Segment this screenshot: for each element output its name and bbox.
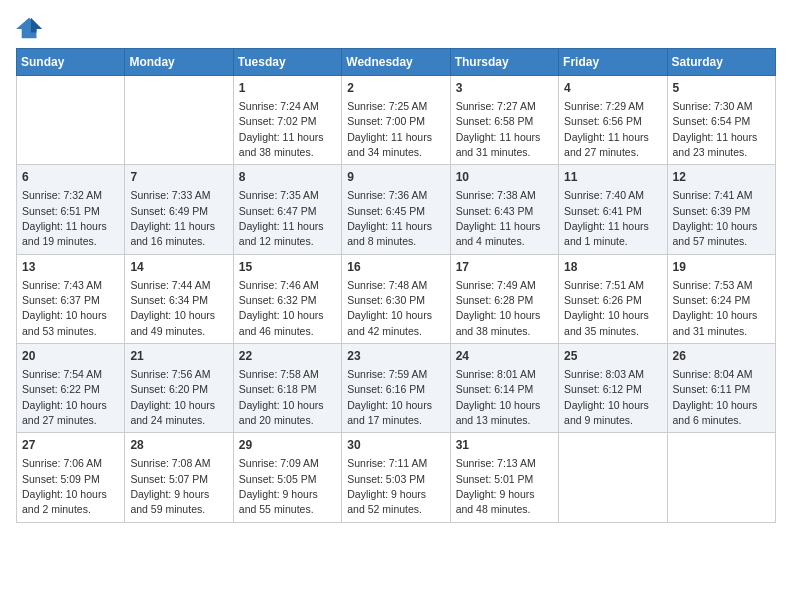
day-info: Sunrise: 7:58 AM Sunset: 6:18 PM Dayligh…	[239, 368, 324, 426]
day-number: 29	[239, 437, 336, 454]
day-info: Sunrise: 8:01 AM Sunset: 6:14 PM Dayligh…	[456, 368, 541, 426]
day-info: Sunrise: 7:30 AM Sunset: 6:54 PM Dayligh…	[673, 100, 758, 158]
day-info: Sunrise: 7:25 AM Sunset: 7:00 PM Dayligh…	[347, 100, 432, 158]
day-number: 2	[347, 80, 444, 97]
calendar-cell: 18Sunrise: 7:51 AM Sunset: 6:26 PM Dayli…	[559, 254, 667, 343]
calendar-header-row: SundayMondayTuesdayWednesdayThursdayFrid…	[17, 49, 776, 76]
day-header-sunday: Sunday	[17, 49, 125, 76]
day-number: 21	[130, 348, 227, 365]
calendar-cell	[125, 76, 233, 165]
day-info: Sunrise: 7:43 AM Sunset: 6:37 PM Dayligh…	[22, 279, 107, 337]
day-number: 3	[456, 80, 553, 97]
day-info: Sunrise: 7:54 AM Sunset: 6:22 PM Dayligh…	[22, 368, 107, 426]
day-number: 9	[347, 169, 444, 186]
calendar-cell: 15Sunrise: 7:46 AM Sunset: 6:32 PM Dayli…	[233, 254, 341, 343]
day-number: 27	[22, 437, 119, 454]
day-info: Sunrise: 7:06 AM Sunset: 5:09 PM Dayligh…	[22, 457, 107, 515]
calendar-cell: 8Sunrise: 7:35 AM Sunset: 6:47 PM Daylig…	[233, 165, 341, 254]
day-info: Sunrise: 7:09 AM Sunset: 5:05 PM Dayligh…	[239, 457, 319, 515]
day-number: 13	[22, 259, 119, 276]
day-info: Sunrise: 7:49 AM Sunset: 6:28 PM Dayligh…	[456, 279, 541, 337]
calendar-cell: 2Sunrise: 7:25 AM Sunset: 7:00 PM Daylig…	[342, 76, 450, 165]
calendar-cell: 26Sunrise: 8:04 AM Sunset: 6:11 PM Dayli…	[667, 344, 775, 433]
day-info: Sunrise: 7:27 AM Sunset: 6:58 PM Dayligh…	[456, 100, 541, 158]
calendar-cell: 30Sunrise: 7:11 AM Sunset: 5:03 PM Dayli…	[342, 433, 450, 522]
day-number: 7	[130, 169, 227, 186]
day-number: 8	[239, 169, 336, 186]
day-header-wednesday: Wednesday	[342, 49, 450, 76]
day-number: 24	[456, 348, 553, 365]
day-number: 14	[130, 259, 227, 276]
day-info: Sunrise: 7:11 AM Sunset: 5:03 PM Dayligh…	[347, 457, 427, 515]
day-number: 10	[456, 169, 553, 186]
calendar-cell: 21Sunrise: 7:56 AM Sunset: 6:20 PM Dayli…	[125, 344, 233, 433]
calendar-cell: 28Sunrise: 7:08 AM Sunset: 5:07 PM Dayli…	[125, 433, 233, 522]
svg-marker-1	[31, 18, 42, 33]
day-number: 18	[564, 259, 661, 276]
day-number: 1	[239, 80, 336, 97]
day-info: Sunrise: 7:08 AM Sunset: 5:07 PM Dayligh…	[130, 457, 210, 515]
day-info: Sunrise: 7:44 AM Sunset: 6:34 PM Dayligh…	[130, 279, 215, 337]
day-info: Sunrise: 7:24 AM Sunset: 7:02 PM Dayligh…	[239, 100, 324, 158]
header-row	[16, 16, 776, 40]
calendar-cell: 1Sunrise: 7:24 AM Sunset: 7:02 PM Daylig…	[233, 76, 341, 165]
day-number: 26	[673, 348, 770, 365]
day-number: 25	[564, 348, 661, 365]
day-header-friday: Friday	[559, 49, 667, 76]
day-number: 12	[673, 169, 770, 186]
day-info: Sunrise: 7:46 AM Sunset: 6:32 PM Dayligh…	[239, 279, 324, 337]
day-number: 6	[22, 169, 119, 186]
day-number: 22	[239, 348, 336, 365]
logo-icon	[16, 16, 44, 40]
calendar-cell: 11Sunrise: 7:40 AM Sunset: 6:41 PM Dayli…	[559, 165, 667, 254]
day-number: 19	[673, 259, 770, 276]
day-number: 30	[347, 437, 444, 454]
day-number: 23	[347, 348, 444, 365]
calendar-week-row: 20Sunrise: 7:54 AM Sunset: 6:22 PM Dayli…	[17, 344, 776, 433]
calendar-cell: 5Sunrise: 7:30 AM Sunset: 6:54 PM Daylig…	[667, 76, 775, 165]
day-info: Sunrise: 7:53 AM Sunset: 6:24 PM Dayligh…	[673, 279, 758, 337]
calendar-cell: 6Sunrise: 7:32 AM Sunset: 6:51 PM Daylig…	[17, 165, 125, 254]
day-number: 5	[673, 80, 770, 97]
day-number: 15	[239, 259, 336, 276]
day-info: Sunrise: 7:56 AM Sunset: 6:20 PM Dayligh…	[130, 368, 215, 426]
calendar-cell: 4Sunrise: 7:29 AM Sunset: 6:56 PM Daylig…	[559, 76, 667, 165]
calendar-cell: 16Sunrise: 7:48 AM Sunset: 6:30 PM Dayli…	[342, 254, 450, 343]
day-number: 11	[564, 169, 661, 186]
calendar-week-row: 27Sunrise: 7:06 AM Sunset: 5:09 PM Dayli…	[17, 433, 776, 522]
calendar-cell: 27Sunrise: 7:06 AM Sunset: 5:09 PM Dayli…	[17, 433, 125, 522]
day-info: Sunrise: 7:41 AM Sunset: 6:39 PM Dayligh…	[673, 189, 758, 247]
calendar-week-row: 6Sunrise: 7:32 AM Sunset: 6:51 PM Daylig…	[17, 165, 776, 254]
calendar-cell	[667, 433, 775, 522]
day-number: 31	[456, 437, 553, 454]
day-number: 17	[456, 259, 553, 276]
day-number: 4	[564, 80, 661, 97]
day-number: 16	[347, 259, 444, 276]
calendar-cell	[17, 76, 125, 165]
day-header-thursday: Thursday	[450, 49, 558, 76]
calendar-cell: 29Sunrise: 7:09 AM Sunset: 5:05 PM Dayli…	[233, 433, 341, 522]
calendar-cell: 3Sunrise: 7:27 AM Sunset: 6:58 PM Daylig…	[450, 76, 558, 165]
calendar-cell: 20Sunrise: 7:54 AM Sunset: 6:22 PM Dayli…	[17, 344, 125, 433]
day-header-monday: Monday	[125, 49, 233, 76]
calendar-cell: 23Sunrise: 7:59 AM Sunset: 6:16 PM Dayli…	[342, 344, 450, 433]
day-header-saturday: Saturday	[667, 49, 775, 76]
calendar-cell: 25Sunrise: 8:03 AM Sunset: 6:12 PM Dayli…	[559, 344, 667, 433]
day-info: Sunrise: 7:38 AM Sunset: 6:43 PM Dayligh…	[456, 189, 541, 247]
day-info: Sunrise: 7:13 AM Sunset: 5:01 PM Dayligh…	[456, 457, 536, 515]
day-info: Sunrise: 7:48 AM Sunset: 6:30 PM Dayligh…	[347, 279, 432, 337]
calendar-week-row: 13Sunrise: 7:43 AM Sunset: 6:37 PM Dayli…	[17, 254, 776, 343]
calendar-cell: 24Sunrise: 8:01 AM Sunset: 6:14 PM Dayli…	[450, 344, 558, 433]
day-info: Sunrise: 7:59 AM Sunset: 6:16 PM Dayligh…	[347, 368, 432, 426]
calendar-cell: 19Sunrise: 7:53 AM Sunset: 6:24 PM Dayli…	[667, 254, 775, 343]
day-info: Sunrise: 7:33 AM Sunset: 6:49 PM Dayligh…	[130, 189, 215, 247]
calendar-cell: 9Sunrise: 7:36 AM Sunset: 6:45 PM Daylig…	[342, 165, 450, 254]
day-info: Sunrise: 7:36 AM Sunset: 6:45 PM Dayligh…	[347, 189, 432, 247]
day-info: Sunrise: 7:40 AM Sunset: 6:41 PM Dayligh…	[564, 189, 649, 247]
calendar-cell: 12Sunrise: 7:41 AM Sunset: 6:39 PM Dayli…	[667, 165, 775, 254]
day-info: Sunrise: 7:32 AM Sunset: 6:51 PM Dayligh…	[22, 189, 107, 247]
calendar-cell: 31Sunrise: 7:13 AM Sunset: 5:01 PM Dayli…	[450, 433, 558, 522]
calendar-cell: 13Sunrise: 7:43 AM Sunset: 6:37 PM Dayli…	[17, 254, 125, 343]
calendar-cell: 14Sunrise: 7:44 AM Sunset: 6:34 PM Dayli…	[125, 254, 233, 343]
day-info: Sunrise: 7:29 AM Sunset: 6:56 PM Dayligh…	[564, 100, 649, 158]
